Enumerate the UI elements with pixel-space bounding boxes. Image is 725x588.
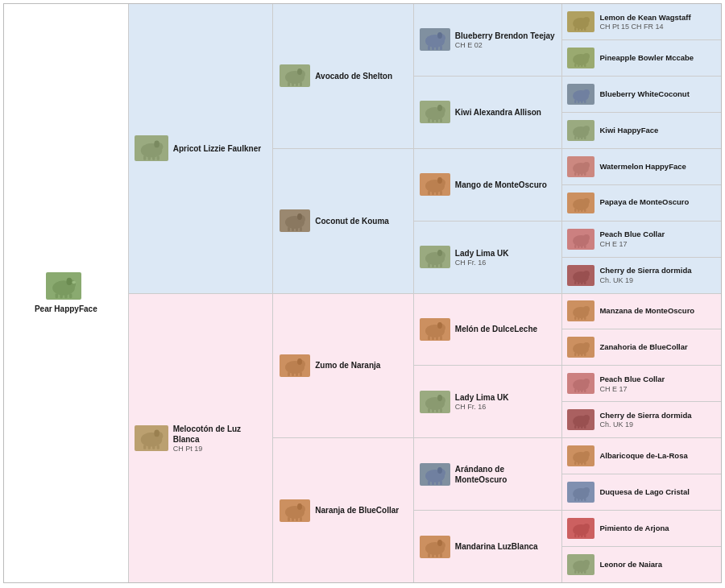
svg-rect-162 bbox=[574, 353, 577, 356]
svg-rect-104 bbox=[436, 553, 438, 557]
svg-rect-198 bbox=[574, 570, 577, 574]
gen4-name-10: Peach Blue Collar bbox=[599, 375, 716, 384]
gen2-thumb-2 bbox=[280, 354, 310, 377]
svg-rect-81 bbox=[428, 336, 430, 340]
gen3-thumb-5 bbox=[420, 391, 450, 413]
svg-rect-127 bbox=[578, 136, 580, 139]
gen4-name-4: Watermelon HappyFace bbox=[599, 162, 716, 172]
svg-rect-110 bbox=[581, 27, 583, 31]
gen3-thumb-3 bbox=[420, 246, 450, 268]
generation-3: Blueberry Brendon Teejay CH E 02 Kiwi Al… bbox=[414, 4, 563, 582]
gen3-name-3: Lady Lima UK bbox=[455, 248, 509, 259]
gen3-name-6: Arándano de MonteOscuro bbox=[455, 464, 557, 485]
svg-rect-159 bbox=[584, 317, 586, 320]
gen2-cell-0[interactable]: Avocado de Shelton bbox=[273, 4, 413, 149]
svg-rect-25 bbox=[288, 82, 290, 86]
svg-rect-42 bbox=[300, 372, 302, 376]
gen3-cell-0[interactable]: Blueberry Brendon Teejay CH E 02 bbox=[414, 4, 562, 77]
gen3-thumb-4 bbox=[420, 318, 450, 341]
svg-rect-188 bbox=[581, 498, 583, 501]
gen3-cell-4[interactable]: Melón de DulceLeche bbox=[414, 294, 562, 366]
gen4-cell-6[interactable]: Peach Blue Collar CH E 17 bbox=[562, 222, 721, 258]
gen2-cell-2[interactable]: Zumo de Naranja bbox=[273, 294, 413, 439]
gen4-cell-1[interactable]: Pineapple Bowler Mccabe bbox=[562, 40, 721, 77]
gen3-thumb-7 bbox=[420, 536, 450, 558]
gen4-cell-11[interactable]: Cherry de Sierra dormida Ch. UK 19 bbox=[562, 402, 721, 438]
gen4-thumb-8 bbox=[567, 300, 594, 321]
gen4-cell-5[interactable]: Papaya de MonteOscuro bbox=[562, 185, 721, 222]
svg-point-31 bbox=[297, 213, 302, 220]
gen4-cell-9[interactable]: Zanahoria de BlueCollar bbox=[562, 329, 721, 366]
svg-point-149 bbox=[583, 271, 590, 277]
svg-rect-91 bbox=[440, 408, 442, 412]
svg-rect-138 bbox=[574, 209, 577, 212]
svg-rect-56 bbox=[440, 46, 442, 50]
svg-rect-134 bbox=[581, 172, 583, 176]
svg-point-52 bbox=[437, 32, 442, 39]
gen4-cell-10[interactable]: Peach Blue Collar CH E 17 bbox=[562, 366, 721, 402]
svg-rect-108 bbox=[574, 27, 577, 31]
gen4-info-10: Peach Blue Collar CH E 17 bbox=[599, 375, 716, 392]
gen3-name-7: Mandarina LuzBlanca bbox=[455, 541, 538, 552]
gen1-cell-0[interactable]: Apricot Lizzie Faulkner bbox=[129, 116, 273, 180]
gen3-cell-6[interactable]: Arándano de MonteOscuro bbox=[414, 438, 562, 511]
gen4-cell-8[interactable]: Manzana de MonteOscuro bbox=[562, 294, 721, 330]
gen4-cell-4[interactable]: Watermelon HappyFace bbox=[562, 149, 721, 185]
gen4-thumb-7 bbox=[567, 265, 594, 286]
gen3-info-0: Blueberry Brendon Teejay CH E 02 bbox=[455, 31, 555, 49]
svg-rect-68 bbox=[432, 191, 434, 195]
gen4-info-12: Albaricoque de-La-Rosa bbox=[599, 451, 716, 461]
gen4-info-0: Lemon de Kean Wagstaff CH Pt 15 CH FR 14 bbox=[599, 13, 716, 31]
gen2-cell-1[interactable]: Coconut de Kouma bbox=[273, 149, 413, 294]
gen3-name-5: Lady Lima UK bbox=[455, 392, 509, 403]
gen4-sub-7: Ch. UK 19 bbox=[599, 276, 716, 284]
gen3-cell-2[interactable]: Mango de MonteOscuro bbox=[414, 149, 562, 222]
svg-rect-28 bbox=[300, 82, 302, 86]
gen4-cell-0[interactable]: Lemon de Kean Wagstaff CH Pt 15 CH FR 14 bbox=[562, 4, 721, 40]
svg-point-45 bbox=[297, 503, 302, 510]
svg-rect-129 bbox=[584, 136, 586, 139]
gen2-thumb-1 bbox=[280, 209, 310, 232]
gen3-info-3: Lady Lima UK CH Fr. 16 bbox=[455, 248, 509, 267]
svg-rect-27 bbox=[296, 82, 298, 86]
gen2-name-1: Coconut de Kouma bbox=[315, 216, 407, 226]
gen3-cell-1[interactable]: Kiwi Alexandra Allison bbox=[414, 77, 562, 149]
gen4-cell-13[interactable]: Duquesa de Lago Cristal bbox=[562, 474, 721, 511]
svg-rect-132 bbox=[574, 172, 577, 176]
gen4-cell-14[interactable]: Pimiento de Arjona bbox=[562, 511, 721, 547]
svg-rect-180 bbox=[574, 462, 577, 465]
svg-rect-74 bbox=[428, 263, 430, 267]
gen3-cell-3[interactable]: Lady Lima UK CH Fr. 16 bbox=[414, 222, 562, 294]
gen4-info-5: Papaya de MonteOscuro bbox=[599, 197, 716, 207]
gen4-thumb-12 bbox=[567, 445, 594, 466]
generation-2: Avocado de Shelton Coconut de Kouma Zumo… bbox=[273, 4, 414, 582]
gen4-thumb-3 bbox=[567, 120, 594, 141]
gen4-info-9: Zanahoria de BlueCollar bbox=[599, 342, 716, 352]
gen3-info-2: Mango de MonteOscuro bbox=[455, 180, 547, 190]
gen4-name-7: Cherry de Sierra dormida bbox=[599, 266, 716, 275]
svg-rect-175 bbox=[578, 425, 580, 429]
gen4-cell-2[interactable]: Blueberry WhiteCoconut bbox=[562, 77, 721, 113]
gen4-cell-12[interactable]: Albaricoque de-La-Rosa bbox=[562, 438, 721, 474]
gen4-info-8: Manzana de MonteOscuro bbox=[599, 306, 716, 316]
gen4-cell-7[interactable]: Cherry de Sierra dormida Ch. UK 19 bbox=[562, 258, 721, 294]
gen4-cell-3[interactable]: Kiwi HappyFace bbox=[562, 113, 721, 149]
gen2-cell-3[interactable]: Naranja de BlueCollar bbox=[273, 438, 413, 582]
gen4-cell-15[interactable]: Leonor de Naiara bbox=[562, 547, 721, 582]
svg-point-143 bbox=[583, 234, 590, 241]
gen3-cell-7[interactable]: Mandarina LuzBlanca bbox=[414, 511, 562, 582]
svg-point-10 bbox=[154, 140, 160, 147]
gen0-cell: Pear HappyFace bbox=[29, 4, 103, 582]
generation-1: Apricot Lizzie Faulkner Melocotón de Luz… bbox=[129, 4, 274, 582]
svg-point-185 bbox=[583, 487, 590, 494]
gen1-cell-1[interactable]: Melocotón de Luz Blanca CH Pt 19 bbox=[129, 406, 273, 470]
svg-rect-4 bbox=[60, 293, 62, 298]
svg-rect-82 bbox=[432, 336, 434, 340]
svg-rect-152 bbox=[581, 281, 583, 284]
gen0-name: Pear HappyFace bbox=[35, 304, 97, 314]
svg-rect-156 bbox=[574, 317, 577, 320]
svg-rect-49 bbox=[300, 517, 302, 521]
svg-rect-39 bbox=[288, 372, 290, 376]
svg-point-73 bbox=[437, 250, 442, 256]
gen3-cell-5[interactable]: Lady Lima UK CH Fr. 16 bbox=[414, 366, 562, 438]
